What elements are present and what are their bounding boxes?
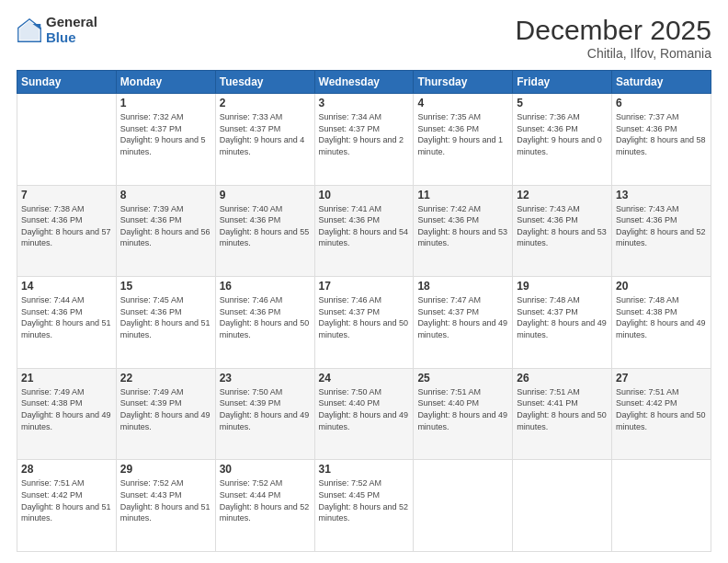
calendar-cell: 29Sunrise: 7:52 AMSunset: 4:43 PMDayligh… — [116, 460, 215, 552]
day-header-sunday: Sunday — [17, 71, 117, 94]
calendar-cell: 30Sunrise: 7:52 AMSunset: 4:44 PMDayligh… — [215, 460, 314, 552]
day-header-tuesday: Tuesday — [215, 71, 314, 94]
day-header-thursday: Thursday — [414, 71, 513, 94]
day-number: 5 — [517, 97, 608, 109]
day-number: 12 — [517, 189, 608, 201]
calendar-cell — [612, 460, 711, 552]
calendar-table: SundayMondayTuesdayWednesdayThursdayFrid… — [17, 70, 711, 552]
day-header-friday: Friday — [513, 71, 612, 94]
day-number: 6 — [616, 97, 707, 109]
day-number: 17 — [319, 280, 410, 293]
day-info: Sunrise: 7:40 AMSunset: 4:36 PMDaylight:… — [220, 203, 311, 249]
day-number: 9 — [220, 189, 311, 201]
day-info: Sunrise: 7:43 AMSunset: 4:36 PMDaylight:… — [616, 203, 707, 249]
calendar-cell: 24Sunrise: 7:50 AMSunset: 4:40 PMDayligh… — [314, 368, 414, 460]
calendar-cell: 23Sunrise: 7:50 AMSunset: 4:39 PMDayligh… — [215, 368, 314, 460]
day-number: 14 — [21, 280, 112, 293]
day-number: 10 — [319, 189, 410, 201]
day-number: 24 — [319, 372, 410, 385]
calendar-cell: 1Sunrise: 7:32 AMSunset: 4:37 PMDaylight… — [116, 94, 215, 186]
calendar-cell: 25Sunrise: 7:51 AMSunset: 4:40 PMDayligh… — [414, 368, 513, 460]
calendar-week-5: 28Sunrise: 7:51 AMSunset: 4:42 PMDayligh… — [17, 460, 711, 552]
day-info: Sunrise: 7:34 AMSunset: 4:37 PMDaylight:… — [319, 111, 410, 157]
day-number: 29 — [120, 463, 211, 476]
day-header-monday: Monday — [116, 71, 215, 94]
calendar-cell: 20Sunrise: 7:48 AMSunset: 4:38 PMDayligh… — [612, 277, 711, 369]
day-number: 3 — [319, 97, 410, 109]
day-number: 30 — [220, 463, 311, 476]
calendar-cell: 28Sunrise: 7:51 AMSunset: 4:42 PMDayligh… — [17, 460, 117, 552]
calendar-cell: 3Sunrise: 7:34 AMSunset: 4:37 PMDaylight… — [314, 94, 414, 186]
day-info: Sunrise: 7:51 AMSunset: 4:41 PMDaylight:… — [517, 386, 608, 432]
calendar-week-1: 1Sunrise: 7:32 AMSunset: 4:37 PMDaylight… — [17, 94, 711, 186]
title-block: December 2025 Chitila, Ilfov, Romania — [516, 15, 711, 61]
day-number: 18 — [417, 280, 508, 293]
day-info: Sunrise: 7:42 AMSunset: 4:36 PMDaylight:… — [417, 203, 508, 249]
calendar-cell — [17, 94, 117, 186]
day-number: 1 — [120, 97, 211, 109]
location-text: Chitila, Ilfov, Romania — [516, 46, 711, 61]
calendar-week-2: 7Sunrise: 7:38 AMSunset: 4:36 PMDaylight… — [17, 185, 711, 277]
month-title: December 2025 — [516, 15, 711, 46]
day-info: Sunrise: 7:48 AMSunset: 4:38 PMDaylight:… — [616, 294, 707, 340]
day-info: Sunrise: 7:52 AMSunset: 4:43 PMDaylight:… — [120, 477, 211, 523]
calendar-week-3: 14Sunrise: 7:44 AMSunset: 4:36 PMDayligh… — [17, 277, 711, 369]
day-info: Sunrise: 7:47 AMSunset: 4:37 PMDaylight:… — [417, 294, 508, 340]
calendar-cell — [513, 460, 612, 552]
day-info: Sunrise: 7:46 AMSunset: 4:36 PMDaylight:… — [220, 294, 311, 340]
logo-general-text: General — [46, 15, 97, 30]
calendar-cell: 13Sunrise: 7:43 AMSunset: 4:36 PMDayligh… — [612, 185, 711, 277]
calendar-cell — [414, 460, 513, 552]
calendar-week-4: 21Sunrise: 7:49 AMSunset: 4:38 PMDayligh… — [17, 368, 711, 460]
day-number: 23 — [220, 372, 311, 385]
day-info: Sunrise: 7:33 AMSunset: 4:37 PMDaylight:… — [220, 111, 311, 157]
day-number: 4 — [417, 97, 508, 109]
day-info: Sunrise: 7:45 AMSunset: 4:36 PMDaylight:… — [120, 294, 211, 340]
day-info: Sunrise: 7:51 AMSunset: 4:42 PMDaylight:… — [616, 386, 707, 432]
calendar-cell: 17Sunrise: 7:46 AMSunset: 4:37 PMDayligh… — [314, 277, 414, 369]
svg-marker-0 — [20, 20, 40, 40]
day-info: Sunrise: 7:36 AMSunset: 4:36 PMDaylight:… — [517, 111, 608, 157]
logo-blue-text: Blue — [46, 30, 97, 46]
day-info: Sunrise: 7:51 AMSunset: 4:40 PMDaylight:… — [417, 386, 508, 432]
calendar-cell: 22Sunrise: 7:49 AMSunset: 4:39 PMDayligh… — [116, 368, 215, 460]
calendar-cell: 4Sunrise: 7:35 AMSunset: 4:36 PMDaylight… — [414, 94, 513, 186]
day-number: 11 — [417, 189, 508, 201]
day-info: Sunrise: 7:49 AMSunset: 4:39 PMDaylight:… — [120, 386, 211, 432]
calendar-cell: 18Sunrise: 7:47 AMSunset: 4:37 PMDayligh… — [414, 277, 513, 369]
day-number: 20 — [616, 280, 707, 293]
calendar-cell: 2Sunrise: 7:33 AMSunset: 4:37 PMDaylight… — [215, 94, 314, 186]
day-number: 25 — [417, 372, 508, 385]
logo: General Blue — [17, 15, 97, 45]
calendar-cell: 19Sunrise: 7:48 AMSunset: 4:37 PMDayligh… — [513, 277, 612, 369]
day-info: Sunrise: 7:37 AMSunset: 4:36 PMDaylight:… — [616, 111, 707, 157]
calendar-cell: 31Sunrise: 7:52 AMSunset: 4:45 PMDayligh… — [314, 460, 414, 552]
day-info: Sunrise: 7:32 AMSunset: 4:37 PMDaylight:… — [120, 111, 211, 157]
day-info: Sunrise: 7:48 AMSunset: 4:37 PMDaylight:… — [517, 294, 608, 340]
day-header-wednesday: Wednesday — [314, 71, 414, 94]
day-number: 15 — [120, 280, 211, 293]
day-number: 22 — [120, 372, 211, 385]
calendar-cell: 5Sunrise: 7:36 AMSunset: 4:36 PMDaylight… — [513, 94, 612, 186]
day-info: Sunrise: 7:43 AMSunset: 4:36 PMDaylight:… — [517, 203, 608, 249]
day-info: Sunrise: 7:46 AMSunset: 4:37 PMDaylight:… — [319, 294, 410, 340]
calendar-cell: 12Sunrise: 7:43 AMSunset: 4:36 PMDayligh… — [513, 185, 612, 277]
calendar-cell: 27Sunrise: 7:51 AMSunset: 4:42 PMDayligh… — [612, 368, 711, 460]
day-info: Sunrise: 7:52 AMSunset: 4:44 PMDaylight:… — [220, 477, 311, 523]
logo-icon — [17, 17, 42, 43]
calendar-cell: 21Sunrise: 7:49 AMSunset: 4:38 PMDayligh… — [17, 368, 117, 460]
day-number: 8 — [120, 189, 211, 201]
calendar-cell: 15Sunrise: 7:45 AMSunset: 4:36 PMDayligh… — [116, 277, 215, 369]
day-info: Sunrise: 7:44 AMSunset: 4:36 PMDaylight:… — [21, 294, 112, 340]
day-number: 16 — [220, 280, 311, 293]
day-number: 26 — [517, 372, 608, 385]
day-number: 31 — [319, 463, 410, 476]
day-info: Sunrise: 7:41 AMSunset: 4:36 PMDaylight:… — [319, 203, 410, 249]
day-number: 21 — [21, 372, 112, 385]
day-number: 13 — [616, 189, 707, 201]
day-info: Sunrise: 7:38 AMSunset: 4:36 PMDaylight:… — [21, 203, 112, 249]
calendar-cell: 14Sunrise: 7:44 AMSunset: 4:36 PMDayligh… — [17, 277, 117, 369]
calendar-cell: 16Sunrise: 7:46 AMSunset: 4:36 PMDayligh… — [215, 277, 314, 369]
day-number: 27 — [616, 372, 707, 385]
day-number: 28 — [21, 463, 112, 476]
